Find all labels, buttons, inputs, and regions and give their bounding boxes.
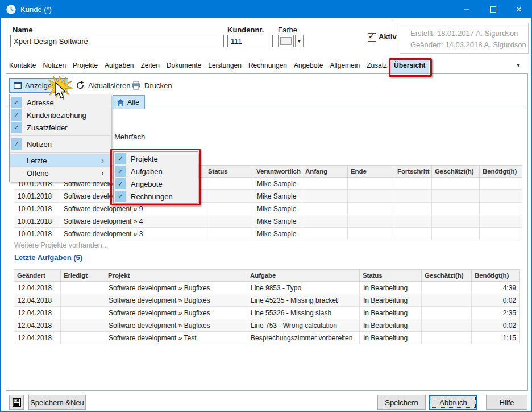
table-cell bbox=[302, 228, 348, 240]
tab-aufgaben[interactable]: Aufgaben bbox=[101, 58, 137, 73]
table-cell bbox=[61, 294, 105, 307]
table-cell bbox=[432, 178, 480, 190]
column-header[interactable]: Benötigt(h) bbox=[472, 270, 520, 282]
table-cell: 12.04.2018 bbox=[14, 319, 61, 332]
farbe-label: Farbe bbox=[278, 26, 297, 34]
tab-zusatz[interactable]: Zusatz bbox=[363, 58, 390, 73]
table-row[interactable]: 10.01.2018Software development » 3Mike S… bbox=[14, 228, 522, 240]
table-cell: In Bearbeitung bbox=[360, 332, 422, 344]
speichern-neu-button[interactable]: Speichern & Neu bbox=[28, 395, 86, 410]
check-icon: ✓ bbox=[11, 138, 22, 150]
table-row[interactable]: 12.04.2018Software development » Bugfixe… bbox=[14, 282, 520, 294]
table-cell bbox=[302, 203, 348, 215]
anzeige-button[interactable]: Anzeige ▼ bbox=[9, 78, 68, 93]
menu-item-label: Zusatzfelder bbox=[27, 123, 68, 132]
tab-rechnungen[interactable]: Rechnungen bbox=[245, 58, 290, 73]
name-label: Name bbox=[13, 26, 32, 34]
aktualisieren-label: Aktualisieren bbox=[88, 81, 130, 90]
table-row[interactable]: 12.04.2018Software development » Bugfixe… bbox=[14, 319, 520, 332]
column-header[interactable]: Projekt bbox=[105, 270, 247, 282]
table-cell: 1:15 bbox=[472, 332, 520, 344]
tab-allgemein[interactable]: Allgemein bbox=[326, 58, 363, 73]
tab-projekte[interactable]: Projekte bbox=[69, 58, 101, 73]
maximize-button[interactable] bbox=[480, 0, 506, 18]
column-header[interactable]: Verantwortlich bbox=[253, 166, 302, 178]
speichern-button[interactable]: Speichern bbox=[377, 395, 426, 410]
table-cell: In Bearbeitung bbox=[360, 282, 422, 294]
column-header[interactable]: Status bbox=[205, 166, 253, 178]
anzeige-dropdown-arrow[interactable]: ▼ bbox=[56, 79, 68, 92]
floppy-icon bbox=[13, 398, 21, 407]
tab-notizen[interactable]: Notizen bbox=[39, 58, 69, 73]
menu-item-aufgaben[interactable]: ✓Aufgaben bbox=[114, 165, 198, 178]
minimize-button[interactable] bbox=[454, 0, 480, 18]
column-header[interactable]: Geschätzt(h) bbox=[432, 166, 480, 178]
name-input[interactable] bbox=[10, 35, 224, 47]
menu-item-label: Offene bbox=[27, 169, 49, 178]
tab-übersicht[interactable]: Übersicht bbox=[390, 58, 429, 73]
tab-overflow-chevron-icon[interactable]: ▼ bbox=[516, 62, 521, 68]
save-icon-button[interactable] bbox=[9, 395, 24, 410]
column-header[interactable]: Erledigt bbox=[61, 270, 105, 282]
menu-item-zusatzfelder[interactable]: ✓Zusatzfelder bbox=[10, 121, 111, 134]
table-cell bbox=[205, 203, 253, 215]
table-row[interactable]: 10.01.2018Software development » 4Mike S… bbox=[14, 215, 522, 228]
window-title: Kunde (*) bbox=[20, 5, 52, 14]
menu-item-kundenbeziehung[interactable]: ✓Kundenbeziehung bbox=[10, 109, 111, 121]
column-header[interactable]: Aufgabe bbox=[247, 270, 360, 282]
table-cell bbox=[61, 332, 105, 344]
drucken-button[interactable]: Drucken bbox=[131, 78, 172, 93]
tab-angebote[interactable]: Angebote bbox=[290, 58, 326, 73]
table-cell: 10.01.2018 bbox=[14, 228, 60, 240]
submenu-arrow-icon: › bbox=[101, 170, 104, 176]
table-cell bbox=[61, 282, 105, 294]
table-row[interactable]: 10.01.2018Software develoMike Sample bbox=[14, 190, 522, 203]
check-icon: ✓ bbox=[115, 191, 126, 202]
table-row[interactable]: 12.04.2018Software development » TestBes… bbox=[14, 332, 520, 344]
menu-item-adresse[interactable]: ✓Adresse bbox=[10, 96, 111, 109]
menu-item-label: Letzte bbox=[27, 156, 47, 165]
tab-dokumente[interactable]: Dokumente bbox=[163, 58, 205, 73]
farbe-dropdown[interactable]: ▼ bbox=[278, 35, 304, 47]
color-swatch[interactable] bbox=[278, 35, 294, 47]
subtab-alle[interactable]: Alle bbox=[113, 95, 145, 109]
chevron-down-icon[interactable]: ▼ bbox=[295, 35, 304, 47]
table-cell: Mike Sample bbox=[253, 228, 302, 240]
check-icon: ✓ bbox=[115, 153, 126, 164]
aktiv-checkbox[interactable]: ✓ bbox=[368, 33, 376, 42]
menu-item-notizen[interactable]: ✓Notizen bbox=[10, 138, 111, 150]
table-row[interactable]: 10.01.2018Software development » 9Mike S… bbox=[14, 203, 522, 215]
close-button[interactable]: × bbox=[506, 0, 532, 18]
menu-item-rechnungen[interactable]: ✓Rechnungen bbox=[114, 190, 198, 203]
kundennr-input[interactable] bbox=[227, 35, 273, 47]
table-cell bbox=[302, 190, 348, 203]
table-cell: Software development » 4 bbox=[60, 215, 205, 228]
home-icon bbox=[117, 99, 124, 106]
menu-item-angebote[interactable]: ✓Angebote bbox=[114, 178, 198, 190]
column-header[interactable]: Status bbox=[360, 270, 422, 282]
menu-item-label: Aufgaben bbox=[131, 167, 163, 176]
column-header[interactable]: Benötigt(h) bbox=[480, 166, 522, 178]
menu-item-offene[interactable]: Offene› bbox=[10, 167, 111, 179]
table-cell bbox=[205, 215, 253, 228]
table-cell: Software development » Bugfixes bbox=[105, 307, 247, 319]
table-row[interactable]: 12.04.2018Software development » Bugfixe… bbox=[14, 294, 520, 307]
tab-zeiten[interactable]: Zeiten bbox=[137, 58, 163, 73]
hilfe-button[interactable]: Hilfe bbox=[486, 395, 527, 410]
tab-kontakte[interactable]: Kontakte bbox=[6, 58, 39, 73]
table-row[interactable]: 12.04.2018Software development » Bugfixe… bbox=[14, 307, 520, 319]
tab-leistungen[interactable]: Leistungen bbox=[205, 58, 245, 73]
column-header[interactable]: Fortschritt bbox=[394, 166, 432, 178]
column-header[interactable]: Anfang bbox=[302, 166, 348, 178]
menu-item-projekte[interactable]: ✓Projekte bbox=[114, 153, 198, 165]
drucken-label: Drucken bbox=[144, 81, 172, 90]
check-icon: ✓ bbox=[11, 97, 22, 108]
aktualisieren-button[interactable]: Aktualisieren bbox=[76, 78, 130, 93]
menu-item-letzte[interactable]: Letzte› bbox=[10, 154, 111, 167]
table-cell: Software development » 3 bbox=[60, 228, 205, 240]
menu-item-label: Kundenbeziehung bbox=[27, 111, 86, 120]
column-header[interactable]: Ende bbox=[348, 166, 394, 178]
column-header[interactable]: Geändert bbox=[14, 270, 61, 282]
column-header[interactable]: Geschätzt(h) bbox=[422, 270, 472, 282]
abbruch-button[interactable]: Abbruch bbox=[429, 395, 477, 410]
